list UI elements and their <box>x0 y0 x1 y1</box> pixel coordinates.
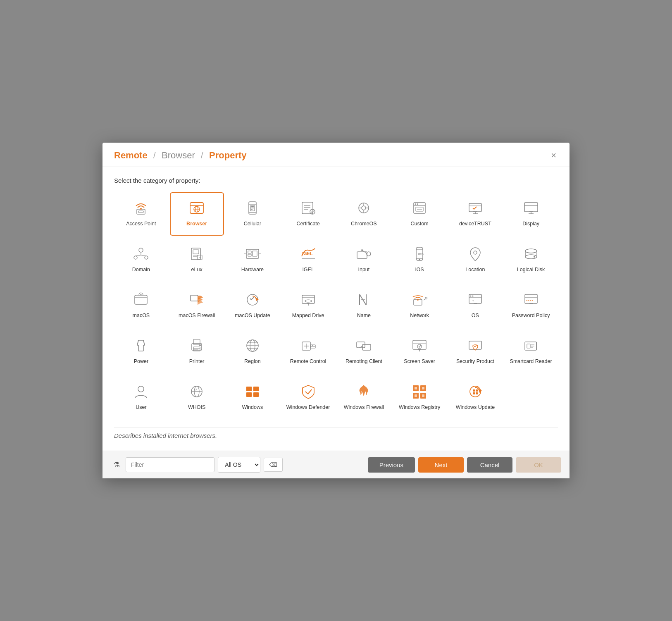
svg-rect-149 <box>246 392 252 397</box>
cancel-button[interactable]: Cancel <box>467 457 512 473</box>
category-macos-firewall[interactable]: macOS Firewall <box>170 284 224 327</box>
category-cellular[interactable]: Cellular <box>226 192 280 236</box>
svg-point-75 <box>534 256 535 258</box>
svg-point-29 <box>417 203 418 205</box>
filter-input[interactable] <box>126 457 214 472</box>
category-windows[interactable]: Windows <box>226 376 280 419</box>
ok-button[interactable]: OK <box>516 457 561 473</box>
region-icon <box>243 337 262 355</box>
category-chromeos[interactable]: ChromeOS <box>337 192 391 236</box>
category-region[interactable]: Region <box>226 330 280 373</box>
svg-rect-1 <box>138 211 143 213</box>
windows-defender-label: Windows Defender <box>286 404 330 411</box>
close-button[interactable]: × <box>549 151 558 160</box>
display-icon <box>522 199 540 217</box>
svg-line-47 <box>141 255 146 256</box>
svg-rect-55 <box>248 251 251 253</box>
next-button[interactable]: Next <box>418 457 464 473</box>
category-printer[interactable]: Printer <box>170 330 224 373</box>
clear-filter-button[interactable]: ⌫ <box>264 458 283 472</box>
category-name[interactable]: Name <box>337 284 391 327</box>
category-macos-update[interactable]: macOS Update <box>226 284 280 327</box>
name-label: Name <box>357 312 371 319</box>
category-igel[interactable]: IGEL IGEL <box>281 238 335 282</box>
breadcrumb-sep2: / <box>201 150 206 160</box>
category-display[interactable]: Display <box>504 192 558 236</box>
category-remote-control[interactable]: Remote Control <box>281 330 335 373</box>
category-domain[interactable]: Domain <box>114 238 168 282</box>
category-windows-defender[interactable]: Windows Defender <box>281 376 335 419</box>
remote-control-icon <box>299 337 317 355</box>
svg-rect-130 <box>413 340 426 349</box>
user-label: User <box>136 404 146 411</box>
category-screen-saver[interactable]: Screen Saver <box>393 330 447 373</box>
category-whois[interactable]: ? WHOIS <box>170 376 224 419</box>
remote-control-label: Remote Control <box>290 358 326 365</box>
svg-point-124 <box>312 345 313 346</box>
name-icon <box>355 291 373 309</box>
smartcard-reader-label: Smartcard Reader <box>510 358 552 365</box>
category-mapped-drive[interactable]: Mapped Drive <box>281 284 335 327</box>
previous-button[interactable]: Previous <box>368 457 415 473</box>
svg-rect-37 <box>524 203 538 212</box>
category-location[interactable]: Location <box>448 238 503 282</box>
location-icon <box>466 245 484 263</box>
windows-label: Windows <box>242 404 263 411</box>
printer-icon <box>188 337 206 355</box>
security-product-label: Security Product <box>456 358 494 365</box>
windows-firewall-icon <box>355 382 373 401</box>
category-user[interactable]: User <box>114 376 168 419</box>
category-hardware[interactable]: Hardware <box>226 238 280 282</box>
region-label: Region <box>244 358 261 365</box>
macos-update-icon <box>243 291 262 309</box>
svg-rect-137 <box>527 344 530 348</box>
breadcrumb-remote: Remote <box>114 150 148 160</box>
whois-label: WHOIS <box>188 404 205 411</box>
printer-label: Printer <box>189 358 205 365</box>
category-remoting-client[interactable]: Remoting Client <box>337 330 391 373</box>
category-certificate[interactable]: Certificate <box>281 192 335 236</box>
svg-point-89 <box>417 299 419 301</box>
svg-rect-56 <box>248 254 251 256</box>
ios-icon: iOS <box>410 245 429 263</box>
category-smartcard-reader[interactable]: Smartcard Reader <box>504 330 558 373</box>
display-label: Display <box>522 220 539 227</box>
user-icon <box>132 382 150 401</box>
category-windows-registry[interactable]: Windows Registry <box>393 376 447 419</box>
category-windows-update[interactable]: Windows Update <box>448 376 503 419</box>
category-windows-firewall[interactable]: Windows Firewall <box>337 376 391 419</box>
input-label: Input <box>358 266 369 273</box>
category-macos[interactable]: macOS <box>114 284 168 327</box>
filter-icon: ⚗ <box>111 460 122 469</box>
category-password-policy[interactable]: **** Password Policy <box>504 284 558 327</box>
category-logical-disk[interactable]: Logical Disk <box>504 238 558 282</box>
screen-saver-label: Screen Saver <box>404 358 435 365</box>
access-point-label: Access Point <box>126 220 156 227</box>
cellular-icon <box>243 199 262 217</box>
category-input[interactable]: Input <box>337 238 391 282</box>
svg-point-42 <box>139 248 143 252</box>
igel-icon: IGEL <box>299 245 317 263</box>
category-ios[interactable]: iOS iOS <box>393 238 447 282</box>
category-custom[interactable]: Custom <box>393 192 447 236</box>
category-devicetrust[interactable]: deviceTRUST <box>448 192 503 236</box>
category-elux[interactable]: eLux <box>170 238 224 282</box>
category-power[interactable]: Power <box>114 330 168 373</box>
category-network[interactable]: Network <box>393 284 447 327</box>
windows-registry-label: Windows Registry <box>399 404 440 411</box>
os-select[interactable]: All OS Windows macOS Linux <box>218 457 260 473</box>
category-browser[interactable]: Browser <box>170 192 224 236</box>
breadcrumb-property: Property <box>209 150 246 160</box>
category-access-point[interactable]: Access Point <box>114 192 168 236</box>
dialog-footer: ⚗ All OS Windows macOS Linux ⌫ Previous … <box>102 451 570 478</box>
category-security-product[interactable]: Security Product <box>448 330 503 373</box>
category-os[interactable]: ? OS <box>448 284 503 327</box>
smartcard-reader-icon <box>522 337 540 355</box>
power-label: Power <box>134 358 148 365</box>
svg-rect-165 <box>473 392 475 394</box>
certificate-label: Certificate <box>296 220 319 227</box>
svg-rect-0 <box>137 209 145 214</box>
dialog-header: Remote / Browser / Property × <box>102 143 570 167</box>
chromeos-label: ChromeOS <box>351 220 377 227</box>
access-point-icon <box>132 199 150 217</box>
